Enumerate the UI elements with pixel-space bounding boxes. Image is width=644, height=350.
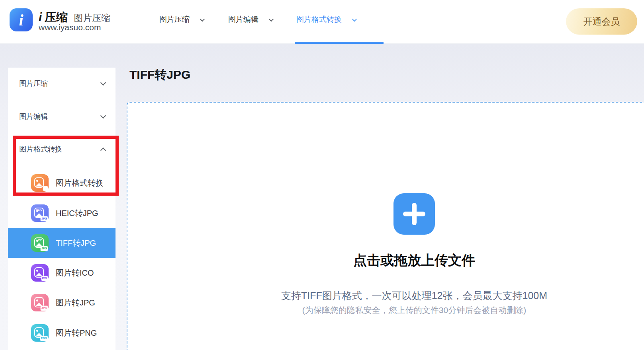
sidebar-section-label: 图片压缩 [19,79,101,88]
add-files-button[interactable] [393,193,435,235]
sidebar-item-label: 图片转JPG [56,298,95,308]
sidebar-item-image-to-jpg[interactable]: JPG 图片转JPG [8,288,115,317]
brand-name-cn: 压缩 [45,11,68,23]
chevron-down-icon [352,16,357,21]
upload-privacy-note: (为保障您的隐私安全，您上传的文件30分钟后会被自动删除) [302,305,526,316]
sidebar-item-image-to-ico[interactable]: ICO 图片转ICO [8,258,115,288]
icon-badge: ICO [41,276,48,281]
nav-item-image-edit[interactable]: 图片编辑 [228,14,272,25]
chevron-down-icon [269,16,274,21]
page-title: TIFF转JPG [129,67,190,83]
sidebar-item-label: 图片转ICO [56,268,94,278]
icon-tag: TIFF [35,238,43,241]
icon-badge: PNG [40,336,48,341]
page: i i压缩图片压缩 www.iyasuo.com 图片压缩 图片编辑 图片格式转… [0,0,644,350]
nav-item-label: 图片编辑 [228,14,258,25]
image-to-ico-icon: ICO [31,264,49,282]
sidebar-item-format-convert[interactable]: 图片格式转换 [8,168,115,198]
open-vip-button[interactable]: 开通会员 [566,8,637,35]
sidebar-item-label: 图片转PNG [56,328,97,338]
brand-name-i: i [39,10,42,23]
format-convert-icon [31,174,49,192]
active-nav-underline [295,42,384,44]
brand-logo-letter: i [19,11,23,29]
sidebar-item-label: HEIC转JPG [56,208,98,219]
header: i i压缩图片压缩 www.iyasuo.com 图片压缩 图片编辑 图片格式转… [0,0,644,44]
sidebar-item-label: TIFF转JPG [56,238,96,249]
brand-url: www.iyasuo.com [39,23,101,32]
chevron-down-icon [200,16,205,21]
sidebar-item-label: 图片格式转换 [56,178,104,189]
sidebar-section-label: 图片格式转换 [19,144,101,154]
upload-description: 支持TIFF图片格式，一次可以处理12张，会员最大支持100M [281,289,547,302]
sidebar-item-heic-to-jpg[interactable]: HEIC JPG HEIC转JPG [8,198,115,228]
heic-to-jpg-icon: HEIC JPG [31,204,49,222]
icon-badge: JPG [41,246,48,251]
sidebar-section-image-compress[interactable]: 图片压缩 [8,75,115,92]
image-to-png-icon: PNG [31,324,49,342]
upload-heading: 点击或拖放上传文件 [353,251,475,270]
image-to-jpg-icon: JPG [31,294,49,311]
tiff-to-jpg-icon: TIFF JPG [31,234,49,252]
sidebar: 图片压缩 图片编辑 图片格式转换 图片格式转换 HEIC JPG H [8,68,115,350]
chevron-up-icon [100,147,106,153]
sidebar-item-image-to-png[interactable]: PNG 图片转PNG [8,318,115,348]
sidebar-section-label: 图片编辑 [19,112,101,121]
icon-badge: JPG [41,306,48,311]
nav-item-format-convert[interactable]: 图片格式转换 [296,14,356,25]
brand-tagline: 图片压缩 [74,13,110,23]
photo-glyph [34,177,44,188]
nav-item-image-compress[interactable]: 图片压缩 [159,14,204,25]
chevron-down-icon [100,113,106,119]
icon-badge [43,186,48,191]
sidebar-section-image-edit[interactable]: 图片编辑 [8,108,115,125]
chevron-down-icon [100,80,106,86]
brand-logo-icon[interactable]: i [10,8,33,31]
sidebar-item-tiff-to-jpg[interactable]: TIFF JPG TIFF转JPG [8,228,115,258]
nav-item-label: 图片格式转换 [296,14,342,25]
sidebar-section-format-convert[interactable]: 图片格式转换 [8,140,115,158]
icon-badge: JPG [41,216,48,221]
nav-item-label: 图片压缩 [159,14,190,25]
icon-tag: HEIC [35,208,43,211]
